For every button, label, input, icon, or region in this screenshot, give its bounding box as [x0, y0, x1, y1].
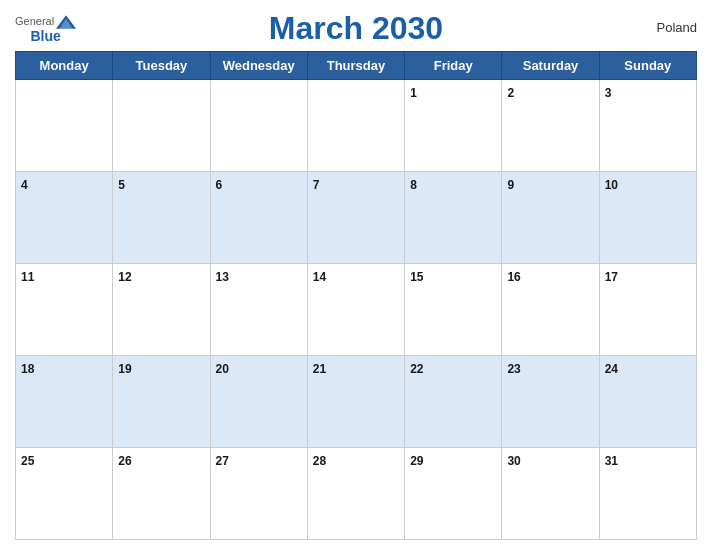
day-cell — [113, 80, 210, 172]
day-cell: 21 — [307, 356, 404, 448]
week-row-1: 123 — [16, 80, 697, 172]
weekday-header-row: Monday Tuesday Wednesday Thursday Friday… — [16, 52, 697, 80]
day-cell: 3 — [599, 80, 696, 172]
day-cell: 17 — [599, 264, 696, 356]
day-number: 25 — [21, 454, 34, 468]
day-cell: 18 — [16, 356, 113, 448]
week-row-4: 18192021222324 — [16, 356, 697, 448]
day-number: 24 — [605, 362, 618, 376]
day-cell: 31 — [599, 448, 696, 540]
day-number: 3 — [605, 86, 612, 100]
header-wednesday: Wednesday — [210, 52, 307, 80]
header-monday: Monday — [16, 52, 113, 80]
day-cell: 30 — [502, 448, 599, 540]
day-cell — [307, 80, 404, 172]
day-number: 27 — [216, 454, 229, 468]
day-cell: 24 — [599, 356, 696, 448]
header-sunday: Sunday — [599, 52, 696, 80]
header-friday: Friday — [405, 52, 502, 80]
logo: General Blue — [15, 15, 76, 43]
week-row-3: 11121314151617 — [16, 264, 697, 356]
day-number: 14 — [313, 270, 326, 284]
day-cell: 4 — [16, 172, 113, 264]
day-cell: 7 — [307, 172, 404, 264]
day-cell: 5 — [113, 172, 210, 264]
day-cell: 15 — [405, 264, 502, 356]
day-number: 16 — [507, 270, 520, 284]
day-number: 19 — [118, 362, 131, 376]
calendar-table: Monday Tuesday Wednesday Thursday Friday… — [15, 51, 697, 540]
day-number: 22 — [410, 362, 423, 376]
day-number: 5 — [118, 178, 125, 192]
day-number: 8 — [410, 178, 417, 192]
header-thursday: Thursday — [307, 52, 404, 80]
day-cell: 2 — [502, 80, 599, 172]
day-number: 2 — [507, 86, 514, 100]
day-number: 10 — [605, 178, 618, 192]
day-cell: 6 — [210, 172, 307, 264]
day-cell: 20 — [210, 356, 307, 448]
day-cell: 25 — [16, 448, 113, 540]
calendar-header: General Blue March 2030 Poland — [15, 10, 697, 47]
header-tuesday: Tuesday — [113, 52, 210, 80]
day-number: 20 — [216, 362, 229, 376]
day-cell: 8 — [405, 172, 502, 264]
day-cell: 19 — [113, 356, 210, 448]
day-number: 9 — [507, 178, 514, 192]
day-cell: 28 — [307, 448, 404, 540]
day-cell: 16 — [502, 264, 599, 356]
day-number: 17 — [605, 270, 618, 284]
day-cell: 22 — [405, 356, 502, 448]
day-number: 18 — [21, 362, 34, 376]
day-cell: 23 — [502, 356, 599, 448]
day-number: 13 — [216, 270, 229, 284]
day-number: 28 — [313, 454, 326, 468]
day-number: 6 — [216, 178, 223, 192]
logo-general-text: General — [15, 16, 54, 27]
day-cell — [210, 80, 307, 172]
day-number: 4 — [21, 178, 28, 192]
week-row-5: 25262728293031 — [16, 448, 697, 540]
day-number: 30 — [507, 454, 520, 468]
day-number: 7 — [313, 178, 320, 192]
country-label: Poland — [657, 20, 697, 35]
day-number: 31 — [605, 454, 618, 468]
day-number: 21 — [313, 362, 326, 376]
header-saturday: Saturday — [502, 52, 599, 80]
day-number: 29 — [410, 454, 423, 468]
day-number: 23 — [507, 362, 520, 376]
day-number: 1 — [410, 86, 417, 100]
day-cell: 26 — [113, 448, 210, 540]
day-cell: 27 — [210, 448, 307, 540]
day-number: 26 — [118, 454, 131, 468]
day-cell: 1 — [405, 80, 502, 172]
logo-blue-text: Blue — [30, 29, 60, 43]
day-cell: 14 — [307, 264, 404, 356]
day-cell: 29 — [405, 448, 502, 540]
day-number: 12 — [118, 270, 131, 284]
day-cell: 9 — [502, 172, 599, 264]
logo-icon — [56, 15, 76, 29]
day-number: 15 — [410, 270, 423, 284]
day-cell: 10 — [599, 172, 696, 264]
day-cell: 11 — [16, 264, 113, 356]
day-cell: 13 — [210, 264, 307, 356]
day-cell — [16, 80, 113, 172]
calendar-title: March 2030 — [269, 10, 443, 47]
day-cell: 12 — [113, 264, 210, 356]
day-number: 11 — [21, 270, 34, 284]
week-row-2: 45678910 — [16, 172, 697, 264]
